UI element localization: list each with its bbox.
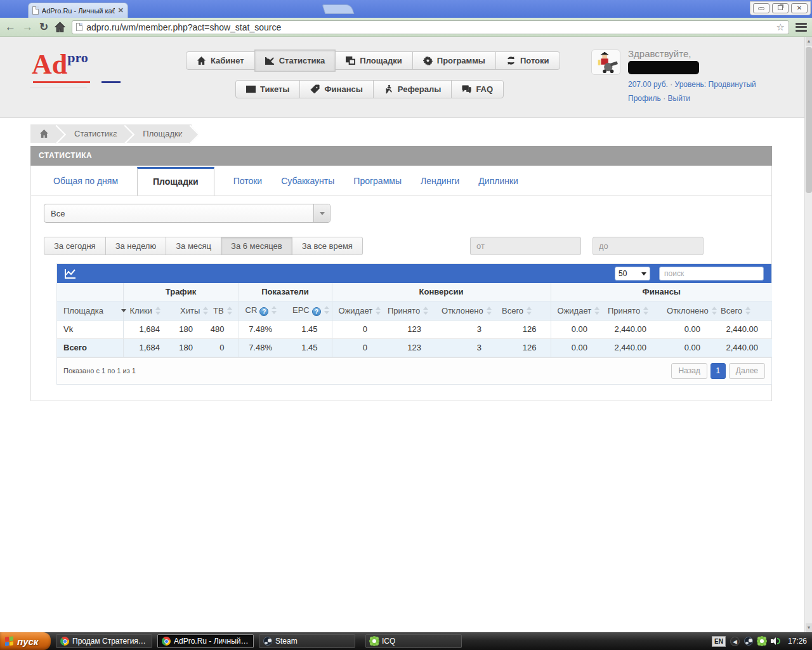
period-today-button[interactable]: За сегодня (44, 237, 106, 255)
col-clicks[interactable]: Клики (123, 301, 174, 320)
sort-icon[interactable] (155, 307, 161, 315)
sort-icon[interactable] (594, 307, 600, 315)
col-fin-accepted[interactable]: Принято (601, 301, 660, 320)
nav-finances-button[interactable]: Финансы (299, 80, 373, 98)
scroll-down-icon[interactable]: ▼ (806, 623, 812, 632)
url-input[interactable] (86, 22, 772, 32)
tab-subaccounts[interactable]: Субаккаунты (272, 176, 344, 186)
search-input[interactable] (659, 267, 764, 281)
sort-icon[interactable] (376, 307, 381, 315)
col-hits[interactable]: Хиты (174, 301, 207, 320)
sort-icon[interactable] (227, 307, 233, 315)
nav-platforms-button[interactable]: Площадки (335, 51, 412, 70)
tab-close-icon[interactable]: ✕ (118, 6, 124, 15)
sort-icon[interactable] (712, 307, 717, 315)
col-tb[interactable]: ТВ (207, 301, 239, 320)
sort-icon[interactable] (487, 307, 492, 315)
tab-landings[interactable]: Лендинги (411, 176, 469, 186)
col-platform[interactable]: Площадка (57, 301, 123, 320)
logout-link[interactable]: Выйти (668, 94, 691, 103)
period-month-button[interactable]: За месяц (166, 237, 221, 255)
period-week-button[interactable]: За неделю (105, 237, 167, 255)
avatar[interactable] (591, 50, 620, 75)
help-icon[interactable]: ? (312, 307, 321, 316)
menu-icon[interactable] (796, 23, 807, 32)
help-icon[interactable]: ? (259, 307, 268, 316)
col-conv-declined[interactable]: Отклонено (435, 301, 495, 320)
forward-icon[interactable]: → (22, 22, 33, 32)
adpro-logo[interactable]: Adpro (32, 50, 88, 79)
date-from-input[interactable] (471, 237, 581, 255)
taskbar-task-1[interactable]: Продам Стратегия с... (56, 634, 152, 648)
tab-platforms[interactable]: Площадки (137, 167, 214, 196)
home-icon[interactable] (55, 22, 65, 32)
restore-button[interactable] (772, 3, 789, 13)
tab-programs[interactable]: Программы (344, 176, 411, 186)
col-fin-total[interactable]: Всего (714, 301, 772, 320)
browser-tab[interactable]: AdPro.Ru - Личный кабинет ✕ (28, 3, 128, 18)
breadcrumb-home[interactable] (30, 124, 58, 143)
date-to-field[interactable] (593, 237, 704, 255)
taskbar-task-adpro[interactable]: AdPro.Ru - Личный к... (157, 634, 254, 648)
tab-deeplinks[interactable]: Диплинки (469, 176, 528, 186)
nav-programs-button[interactable]: Программы (412, 51, 496, 70)
page-1-button[interactable]: 1 (710, 363, 726, 379)
taskbar-task-steam[interactable]: Steam (259, 634, 355, 648)
col-conv-pending[interactable]: Ожидает (332, 301, 381, 320)
nav-faq-button[interactable]: FAQ (451, 80, 504, 98)
nav-referrals-button[interactable]: Рефералы (373, 80, 452, 98)
date-from-field[interactable] (470, 237, 581, 255)
nav-tickets-button[interactable]: Тикеты (235, 80, 300, 98)
col-epc[interactable]: EPC? (286, 301, 332, 320)
breadcrumb-statistics[interactable]: Статистика (58, 124, 126, 143)
sort-icon[interactable] (423, 307, 429, 315)
cell: 0 (332, 338, 381, 357)
minimize-button[interactable] (753, 3, 769, 13)
new-tab-button[interactable] (322, 4, 355, 14)
source-select[interactable]: Все (44, 204, 331, 223)
sort-icon[interactable] (272, 306, 277, 314)
scroll-up-icon[interactable]: ▲ (806, 37, 812, 46)
page-size-select[interactable]: 50 (615, 267, 650, 281)
back-icon[interactable]: ← (5, 22, 16, 32)
windows-icon (346, 56, 355, 65)
prev-page-button[interactable]: Назад (671, 363, 707, 379)
nav-statistics-button[interactable]: Статистика (254, 50, 336, 72)
nav-streams-button[interactable]: Потоки (495, 51, 560, 70)
steam-tray-icon[interactable] (744, 637, 753, 646)
language-indicator[interactable]: EN (712, 636, 726, 647)
close-button[interactable]: ✕ (791, 3, 808, 13)
icq-tray-icon[interactable] (760, 639, 764, 643)
bookmark-star-icon[interactable]: ☆ (776, 22, 785, 33)
sort-icon[interactable] (643, 307, 649, 315)
next-page-button[interactable]: Далее (729, 363, 765, 379)
level-link[interactable]: Уровень: Продвинутый (675, 80, 756, 89)
select-dropdown-button[interactable] (313, 204, 330, 222)
taskbar-task-icq[interactable]: ICQ (365, 634, 462, 648)
tray-collapse-icon[interactable]: ◀ (730, 637, 740, 646)
volume-icon[interactable] (771, 637, 781, 646)
sort-icon[interactable] (527, 307, 532, 315)
sort-icon[interactable] (745, 307, 751, 315)
sort-icon[interactable] (324, 306, 330, 314)
scrollbar-thumb[interactable] (806, 47, 812, 193)
url-bar[interactable]: ☆ (72, 20, 789, 34)
period-6months-button[interactable]: За 6 месяцев (221, 237, 292, 255)
tab-daily[interactable]: Общая по дням (44, 176, 128, 186)
col-fin-declined[interactable]: Отклонено (660, 301, 714, 320)
tab-streams[interactable]: Потоки (224, 176, 272, 186)
period-alltime-button[interactable]: За все время (292, 237, 363, 255)
reload-icon[interactable]: ↻ (39, 22, 48, 32)
profile-link[interactable]: Профиль (628, 94, 661, 103)
nav-cabinet-button[interactable]: Кабинет (186, 51, 255, 70)
col-conv-total[interactable]: Всего (495, 301, 551, 320)
sort-icon[interactable] (203, 307, 209, 315)
col-cr[interactable]: CR? (239, 301, 286, 320)
start-button[interactable]: пуск (0, 632, 51, 650)
col-fin-pending[interactable]: Ожидает (551, 301, 601, 320)
date-to-input[interactable] (593, 237, 704, 255)
breadcrumb-platforms[interactable]: Площадки (126, 124, 192, 143)
balance-link[interactable]: 207.00 руб. (628, 80, 668, 89)
col-conv-accepted[interactable]: Принято (381, 301, 435, 320)
scrollbar[interactable]: ▲ ▼ (804, 37, 812, 632)
